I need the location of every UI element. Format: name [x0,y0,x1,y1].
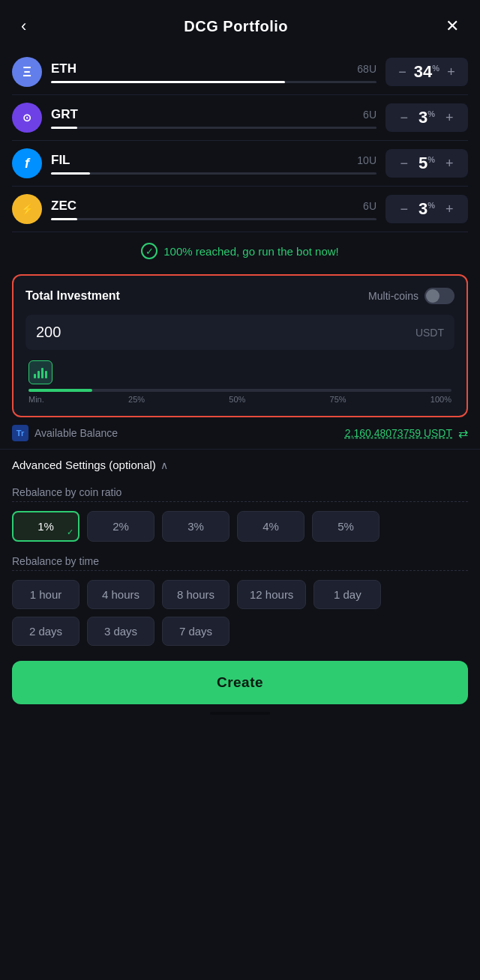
coin-pct-control-zec: − 3% + [386,195,468,223]
coin-row-zec: ⚡ ZEC 6U − 3% + [12,187,468,232]
rebalance-time-options-row1: 1 hour 4 hours 8 hours 12 hours 1 day [12,580,468,609]
rebalance-coin-options: 1% 2% 3% 4% 5% [12,511,468,542]
slider-track [28,389,452,392]
coin-pct-control-grt: − 3% + [386,103,468,132]
chart-bar-2 [38,371,40,378]
slider-label-25: 25% [128,395,145,404]
coin-ratio-3pct[interactable]: 3% [162,511,230,542]
pct-minus-eth[interactable]: − [397,65,408,79]
pct-plus-zec[interactable]: + [444,202,455,216]
avail-left: Tr Available Balance [12,425,118,441]
rebalance-coin-section: Rebalance by coin ratio 1% 2% 3% 4% 5% [0,477,480,546]
bottom-bar [210,712,270,715]
chart-bar-4 [45,371,47,378]
avail-label: Available Balance [34,427,118,439]
coin-ratio-5pct[interactable]: 5% [312,511,380,542]
coin-bar-fill-zec [51,218,77,220]
coin-value-zec: 6U [363,200,376,212]
page-title: DCG Portfolio [184,18,288,35]
coin-pct-control-fil: − 5% + [386,149,468,178]
pct-value-fil: 5% [416,154,438,173]
coin-info-grt: GRT 6U [51,107,376,129]
coin-value-eth: 68U [357,63,376,75]
coin-bar-grt [51,127,376,129]
investment-currency: USDT [416,327,444,339]
caret-icon: ∧ [160,459,168,471]
pct-minus-fil[interactable]: − [398,157,410,170]
coin-name-fil: FIL [51,153,70,168]
close-button[interactable]: ✕ [440,13,465,39]
time-3days[interactable]: 3 days [87,617,154,646]
time-1hour[interactable]: 1 hour [12,580,80,609]
coin-ratio-1pct[interactable]: 1% [12,511,80,542]
rebalance-coin-label: Rebalance by coin ratio [12,486,468,502]
rebalance-time-label: Rebalance by time [12,555,468,571]
slider-label-min: Min. [28,395,44,404]
coin-bar-eth [51,81,376,83]
header: ‹ DCG Portfolio ✕ [0,0,480,49]
pct-plus-eth[interactable]: + [446,65,457,79]
rebalance-time-options-row2: 2 days 3 days 7 days [12,617,468,646]
rebalance-time-section: Rebalance by time 1 hour 4 hours 8 hours… [0,546,480,650]
coin-bar-fil [51,172,376,175]
pct-plus-grt[interactable]: + [444,111,455,124]
coin-pct-control-eth: − 34% + [386,58,468,86]
coin-info-eth: ETH 68U [51,61,376,83]
transfer-icon[interactable]: ⇄ [458,426,468,441]
time-1day[interactable]: 1 day [314,580,381,609]
investment-slider-area: Min. 25% 50% 75% 100% [26,360,454,404]
coin-bar-zec [51,218,376,220]
investment-header: Total Investment Multi-coins [26,288,454,304]
coin-icon-zec: ⚡ [12,194,42,224]
pct-minus-zec[interactable]: − [398,202,410,216]
pct-value-zec: 3% [416,199,438,219]
investment-box: Total Investment Multi-coins 200 USDT [12,274,468,417]
pct-value-grt: 3% [416,108,438,127]
chart-icon [28,360,52,384]
advanced-settings: Advanced Settings (optional) ∧ [0,450,480,477]
back-button[interactable]: ‹ [15,13,32,39]
multicoins-control: Multi-coins [368,288,454,304]
toggle-knob [426,289,440,303]
pct-plus-fil[interactable]: + [444,157,455,170]
advanced-settings-header[interactable]: Advanced Settings (optional) ∧ [12,459,468,471]
coin-icon-fil: f [12,148,42,178]
time-12hours[interactable]: 12 hours [237,580,306,609]
coin-row-fil: f FIL 10U − 5% + [12,141,468,187]
reached-text: 100% reached, go run the bot now! [164,245,339,258]
coin-bar-fill-eth [51,81,285,83]
coin-list: Ξ ETH 68U − 34% + ⊙ GRT 6U [0,49,480,232]
coin-row-eth: Ξ ETH 68U − 34% + [12,49,468,95]
avail-value: 2,160.48073759 USDT [345,427,452,439]
coin-name-zec: ZEC [51,199,76,214]
time-8hours[interactable]: 8 hours [162,580,230,609]
coin-name-grt: GRT [51,107,78,122]
create-button[interactable]: Create [12,661,468,704]
slider-label-75: 75% [330,395,346,404]
avail-right: 2,160.48073759 USDT ⇄ [345,426,468,441]
coin-icon-grt: ⊙ [12,103,42,133]
time-4hours[interactable]: 4 hours [87,580,154,609]
coin-icon-eth: Ξ [12,57,42,87]
coin-ratio-4pct[interactable]: 4% [237,511,304,542]
multicoins-label: Multi-coins [368,290,418,302]
coin-info-fil: FIL 10U [51,153,376,175]
advanced-settings-label: Advanced Settings (optional) [12,459,156,471]
time-7days[interactable]: 7 days [162,617,230,646]
coin-ratio-2pct[interactable]: 2% [87,511,154,542]
coin-value-fil: 10U [357,154,376,166]
slider-track-container[interactable] [28,389,452,392]
pct-minus-grt[interactable]: − [398,111,410,124]
time-2days[interactable]: 2 days [12,617,80,646]
coin-info-zec: ZEC 6U [51,199,376,220]
coin-bar-fill-fil [51,172,90,175]
multicoins-toggle[interactable] [424,288,454,304]
slider-fill [28,389,92,392]
slider-label-50: 50% [229,395,245,404]
investment-amount: 200 [36,324,61,341]
chart-bars [34,366,47,378]
available-balance-row: Tr Available Balance 2,160.48073759 USDT… [0,417,480,450]
checkmark-icon: ✓ [141,243,158,259]
investment-amount-row[interactable]: 200 USDT [26,315,454,350]
investment-title: Total Investment [26,289,120,303]
